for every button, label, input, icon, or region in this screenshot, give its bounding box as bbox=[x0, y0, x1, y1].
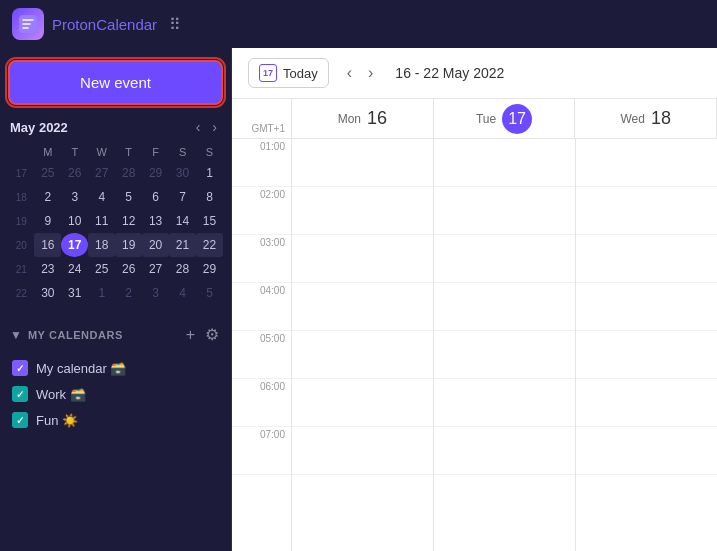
mini-cal-day[interactable]: 25 bbox=[34, 161, 61, 185]
mini-cal-day[interactable]: 21 bbox=[169, 233, 196, 257]
time-slot: 01:00 bbox=[232, 139, 291, 187]
app-logo bbox=[12, 8, 44, 40]
mini-cal-day[interactable]: 27 bbox=[88, 161, 115, 185]
time-slot: 06:00 bbox=[232, 379, 291, 427]
hour-cell[interactable] bbox=[576, 187, 717, 235]
hour-cell[interactable] bbox=[292, 139, 433, 187]
hour-cell[interactable] bbox=[434, 187, 575, 235]
days-header: Mon 16 Tue 17 Wed 18 bbox=[292, 99, 717, 139]
calendar-settings-button[interactable]: ⚙ bbox=[203, 325, 221, 345]
check-icon: ✓ bbox=[16, 389, 24, 400]
list-item[interactable]: ✓ Fun ☀️ bbox=[8, 407, 223, 433]
hour-cell[interactable] bbox=[434, 139, 575, 187]
mini-cal-next-button[interactable]: › bbox=[208, 117, 221, 137]
chevron-down-icon: ▼ bbox=[10, 328, 22, 342]
mini-cal-day[interactable]: 30 bbox=[34, 281, 61, 305]
today-button[interactable]: 17 Today bbox=[248, 58, 329, 88]
mini-cal-day[interactable]: 29 bbox=[196, 257, 223, 281]
mini-cal-day[interactable]: 5 bbox=[115, 185, 142, 209]
hour-cell[interactable] bbox=[576, 283, 717, 331]
mini-cal-day[interactable]: 22 bbox=[196, 233, 223, 257]
mini-cal-day[interactable]: 1 bbox=[196, 161, 223, 185]
hour-cell[interactable] bbox=[434, 427, 575, 475]
calendar-checkbox-fun[interactable]: ✓ bbox=[12, 412, 28, 428]
mini-cal-day[interactable]: 2 bbox=[115, 281, 142, 305]
mini-cal-day[interactable]: 20 bbox=[142, 233, 169, 257]
mini-cal-day[interactable]: 4 bbox=[88, 185, 115, 209]
time-slot: 07:00 bbox=[232, 427, 291, 475]
calendar-name-work: Work 🗃️ bbox=[36, 387, 86, 402]
hour-cell[interactable] bbox=[576, 139, 717, 187]
next-week-button[interactable]: › bbox=[362, 61, 379, 85]
mini-cal-day[interactable]: 7 bbox=[169, 185, 196, 209]
mini-cal-day-today[interactable]: 17 bbox=[61, 233, 88, 257]
mini-cal-day[interactable]: 27 bbox=[142, 257, 169, 281]
hour-cell[interactable] bbox=[292, 235, 433, 283]
mini-cal-prev-button[interactable]: ‹ bbox=[192, 117, 205, 137]
mini-cal-day[interactable]: 24 bbox=[61, 257, 88, 281]
mini-cal-day[interactable]: 31 bbox=[61, 281, 88, 305]
my-calendars-section: ▼ MY CALENDARS + ⚙ ✓ My calendar 🗃️ ✓ Wo bbox=[8, 321, 223, 539]
day-num-tue-today: 17 bbox=[502, 104, 532, 134]
mini-cal-day[interactable]: 16 bbox=[34, 233, 61, 257]
table-row: 19 9 10 11 12 13 14 15 bbox=[8, 209, 223, 233]
mini-cal-day[interactable]: 26 bbox=[61, 161, 88, 185]
mini-cal-day[interactable]: 8 bbox=[196, 185, 223, 209]
grid-dots-icon[interactable]: ⠿ bbox=[169, 15, 181, 34]
hour-cell[interactable] bbox=[292, 427, 433, 475]
mini-cal-day[interactable]: 4 bbox=[169, 281, 196, 305]
mini-cal-day[interactable]: 28 bbox=[169, 257, 196, 281]
hour-cell[interactable] bbox=[292, 379, 433, 427]
calendar-checkbox-my[interactable]: ✓ bbox=[12, 360, 28, 376]
table-row: 18 2 3 4 5 6 7 8 bbox=[8, 185, 223, 209]
mini-cal-day[interactable]: 25 bbox=[88, 257, 115, 281]
hour-cell[interactable] bbox=[292, 331, 433, 379]
mini-cal-day[interactable]: 3 bbox=[61, 185, 88, 209]
mini-cal-day[interactable]: 23 bbox=[34, 257, 61, 281]
main-layout: New event May 2022 ‹ › M T W T bbox=[0, 48, 717, 551]
list-item[interactable]: ✓ Work 🗃️ bbox=[8, 381, 223, 407]
new-event-button[interactable]: New event bbox=[8, 60, 223, 105]
hour-cell[interactable] bbox=[292, 283, 433, 331]
mini-cal-day[interactable]: 30 bbox=[169, 161, 196, 185]
mini-cal-day[interactable]: 10 bbox=[61, 209, 88, 233]
mini-cal-day[interactable]: 13 bbox=[142, 209, 169, 233]
mini-cal-day[interactable]: 9 bbox=[34, 209, 61, 233]
mini-cal-day[interactable]: 1 bbox=[88, 281, 115, 305]
day-column-tue[interactable] bbox=[434, 139, 576, 551]
list-item[interactable]: ✓ My calendar 🗃️ bbox=[8, 355, 223, 381]
hour-cell[interactable] bbox=[434, 331, 575, 379]
time-label: 07:00 bbox=[260, 429, 285, 440]
hour-cell[interactable] bbox=[576, 427, 717, 475]
day-column-wed[interactable] bbox=[576, 139, 717, 551]
mini-cal-day[interactable]: 5 bbox=[196, 281, 223, 305]
my-calendars-title: MY CALENDARS bbox=[28, 329, 123, 341]
mini-cal-day[interactable]: 28 bbox=[115, 161, 142, 185]
time-label: 04:00 bbox=[260, 285, 285, 296]
mini-cal-day[interactable]: 3 bbox=[142, 281, 169, 305]
section-header-left[interactable]: ▼ MY CALENDARS bbox=[10, 328, 123, 342]
mini-cal-day[interactable]: 14 bbox=[169, 209, 196, 233]
mini-cal-day[interactable]: 26 bbox=[115, 257, 142, 281]
day-column-mon[interactable] bbox=[292, 139, 434, 551]
mini-cal-day[interactable]: 6 bbox=[142, 185, 169, 209]
mini-cal-day[interactable]: 12 bbox=[115, 209, 142, 233]
mini-cal-day[interactable]: 15 bbox=[196, 209, 223, 233]
prev-week-button[interactable]: ‹ bbox=[341, 61, 358, 85]
mini-cal-day[interactable]: 29 bbox=[142, 161, 169, 185]
hour-cell[interactable] bbox=[576, 379, 717, 427]
main-calendar-content: 17 Today ‹ › 16 - 22 May 2022 GMT+1 01:0… bbox=[232, 48, 717, 551]
mini-cal-day[interactable]: 19 bbox=[115, 233, 142, 257]
mini-cal-day[interactable]: 18 bbox=[88, 233, 115, 257]
calendar-checkbox-work[interactable]: ✓ bbox=[12, 386, 28, 402]
hour-cell[interactable] bbox=[292, 187, 433, 235]
hour-cell[interactable] bbox=[434, 235, 575, 283]
hour-cell[interactable] bbox=[434, 283, 575, 331]
mini-calendar: May 2022 ‹ › M T W T F S S bbox=[8, 117, 223, 305]
mini-cal-day[interactable]: 2 bbox=[34, 185, 61, 209]
hour-cell[interactable] bbox=[576, 331, 717, 379]
hour-cell[interactable] bbox=[576, 235, 717, 283]
hour-cell[interactable] bbox=[434, 379, 575, 427]
add-calendar-button[interactable]: + bbox=[184, 325, 197, 345]
mini-cal-day[interactable]: 11 bbox=[88, 209, 115, 233]
